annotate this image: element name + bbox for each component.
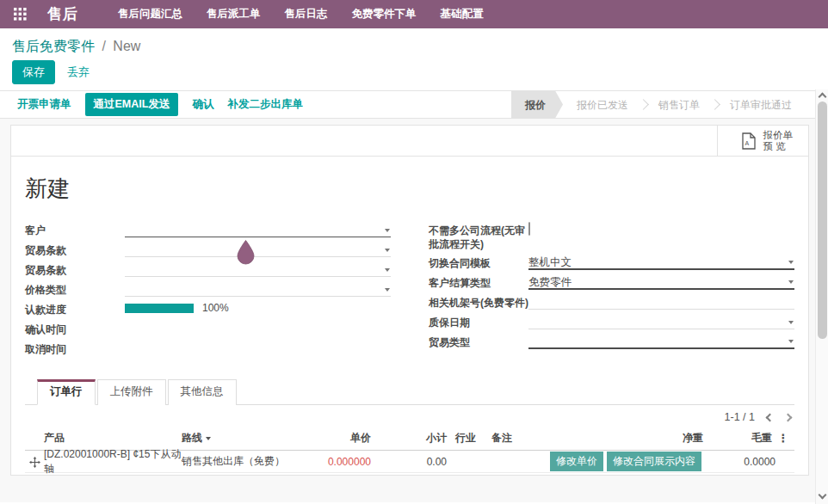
nav-item-work-orders[interactable]: 售后派工单: [207, 7, 261, 22]
breadcrumb-separator: /: [102, 39, 105, 53]
top-nav-menu: 售后问题汇总 售后派工单 售后日志 免费零件下单 基础配置: [118, 7, 484, 22]
statusbar-actions: 开票申请单 通过EMAIL发送 确认 补发二步出库单: [17, 93, 303, 116]
rack-number-field[interactable]: [528, 295, 794, 310]
warranty-date-label: 质保日期: [429, 315, 528, 329]
discard-button[interactable]: 丢弃: [67, 65, 90, 80]
order-lines-table: 产品 路线 单价 小计 行业 备注 净重 毛重: [25, 428, 794, 476]
notebook: 订单行 上传附件 其他信息 1-1 / 1 产品: [25, 378, 794, 476]
send-by-email-button[interactable]: 通过EMAIL发送: [85, 93, 179, 116]
cell-unit-price[interactable]: 0.000000: [302, 456, 371, 468]
status-step-order-approved[interactable]: 订单审批通过: [716, 91, 806, 119]
save-button[interactable]: 保存: [12, 60, 55, 84]
preview-button-label: 报价单 预 览: [763, 130, 794, 152]
confirm-time-field: [125, 322, 391, 336]
customer-label: 客户: [25, 223, 125, 237]
contract-template-label: 切换合同模板: [429, 255, 528, 270]
price-type-label: 价格类型: [25, 282, 125, 297]
optional-columns-icon[interactable]: ⋮: [772, 434, 794, 443]
col-header-unit-price[interactable]: 单价: [302, 431, 371, 446]
apps-grid-icon[interactable]: [14, 8, 27, 21]
pager-previous-icon[interactable]: [766, 413, 775, 421]
dropdown-caret-icon: [788, 261, 794, 264]
col-header-route[interactable]: 路线: [182, 431, 302, 446]
modify-contract-display-button[interactable]: 修改合同展示内容: [607, 452, 701, 471]
status-step-quotation-sent[interactable]: 报价已发送: [563, 91, 642, 119]
app-brand[interactable]: 售后: [47, 4, 78, 24]
form-left-column: 客户 贸易条款: [25, 223, 391, 361]
contract-template-field[interactable]: 整机中文: [528, 255, 794, 270]
scrollbar-thumb[interactable]: [818, 101, 827, 339]
confirm-button[interactable]: 确认: [192, 97, 213, 112]
drop-pin-marker-icon: [235, 240, 256, 265]
cell-gross-weight[interactable]: 0.0000: [775, 456, 809, 468]
settlement-type-label: 客户结算类型: [429, 275, 528, 290]
dropdown-caret-icon: [788, 280, 794, 284]
col-header-remark[interactable]: 备注: [483, 431, 528, 446]
dropdown-caret-icon: [385, 229, 390, 232]
cancel-time-label: 取消时间: [25, 341, 125, 356]
progress-fill: [125, 304, 194, 313]
nav-item-logs[interactable]: 售后日志: [285, 7, 328, 22]
col-header-product[interactable]: 产品: [44, 431, 182, 446]
cell-net-weight[interactable]: 0.0000: [701, 456, 775, 468]
status-bar: 开票申请单 通过EMAIL发送 确认 补发二步出库单 报价 报价已发送 销售订单…: [0, 90, 828, 119]
form-right-column: 不需多公司流程(无审批流程开关) 切换合同模板 整机中文 客户结算类型: [429, 223, 794, 361]
control-button-bar: 保存 丢弃: [0, 58, 828, 90]
tab-bar: 订单行 上传附件 其他信息: [25, 378, 794, 405]
trade-terms-field[interactable]: [125, 243, 391, 257]
tab-order-lines[interactable]: 订单行: [37, 379, 96, 405]
settlement-type-field[interactable]: 免费零件: [528, 275, 794, 290]
dropdown-caret-icon: [788, 321, 794, 324]
trade-terms2-field[interactable]: [125, 262, 391, 277]
breadcrumb-current: New: [113, 39, 140, 53]
trade-terms2-label: 贸易条款: [25, 262, 125, 277]
no-multi-company-label: 不需多公司流程(无审批流程开关): [429, 223, 528, 251]
cell-product[interactable]: [DZ.02001000R-B] ¢15下从动轴: [44, 447, 182, 476]
table-row[interactable]: [DZ.02001000R-B] ¢15下从动轴 销售其他出库（免费） 0.00…: [25, 451, 794, 473]
content-area: A 报价单 预 览 新建 客户: [0, 119, 828, 502]
customer-field[interactable]: [125, 223, 391, 237]
drag-handle-icon[interactable]: [25, 455, 44, 467]
warranty-date-field[interactable]: [528, 315, 794, 329]
dropdown-caret-icon: [385, 249, 390, 252]
dropdown-caret-icon: [385, 268, 390, 272]
col-header-industry[interactable]: 行业: [447, 431, 483, 446]
sort-descending-icon: [206, 437, 211, 440]
pager: 1-1 / 1: [25, 405, 794, 428]
payment-progress-label: 认款进度: [25, 302, 125, 317]
nav-item-issues-summary[interactable]: 售后问题汇总: [118, 7, 182, 22]
tab-other-info[interactable]: 其他信息: [168, 379, 237, 405]
col-header-subtotal[interactable]: 小计: [371, 431, 447, 446]
no-multi-company-checkbox[interactable]: [528, 222, 530, 236]
modify-unit-price-button[interactable]: 修改单价: [550, 452, 603, 471]
cell-buttons: 修改单价 修改合同展示内容: [528, 452, 701, 471]
invoice-request-button[interactable]: 开票申请单: [17, 97, 71, 112]
breadcrumb-parent-link[interactable]: 售后免费零件: [12, 39, 95, 53]
pager-range: 1-1 / 1: [725, 411, 755, 423]
status-step-sales-order[interactable]: 销售订单: [645, 91, 714, 119]
trade-terms-label: 贸易条款: [25, 243, 125, 257]
reissue-two-step-delivery-button[interactable]: 补发二步出库单: [227, 97, 303, 112]
col-header-net-weight[interactable]: 净重: [629, 431, 703, 446]
quotation-preview-button[interactable]: A 报价单 预 览: [717, 126, 809, 156]
trade-type-field[interactable]: [528, 335, 794, 349]
top-nav-bar: 售后 售后问题汇总 售后派工单 售后日志 免费零件下单 基础配置: [0, 0, 828, 28]
vertical-scrollbar[interactable]: [815, 89, 828, 504]
sheet-body: 新建 客户 贸易条款: [11, 157, 808, 476]
col-header-gross-weight[interactable]: 毛重: [703, 431, 772, 446]
cell-route[interactable]: 销售其他出库（免费）: [182, 454, 302, 469]
trade-type-label: 贸易类型: [429, 335, 528, 349]
app-window: 售后 售后问题汇总 售后派工单 售后日志 免费零件下单 基础配置 售后免费零件 …: [0, 0, 828, 504]
nav-item-base-config[interactable]: 基础配置: [441, 7, 484, 22]
sheet-toolbar: A 报价单 预 览: [11, 126, 808, 157]
status-step-quotation[interactable]: 报价: [511, 91, 563, 119]
scroll-up-icon[interactable]: [819, 93, 827, 101]
rack-number-label: 相关机架号(免费零件): [429, 295, 528, 310]
form-grid: 客户 贸易条款: [25, 223, 794, 361]
price-type-field[interactable]: [125, 282, 391, 297]
nav-item-free-parts-order[interactable]: 免费零件下单: [352, 7, 417, 22]
pager-next-icon[interactable]: [784, 413, 793, 421]
dropdown-caret-icon: [385, 288, 390, 292]
tab-upload-attachments[interactable]: 上传附件: [97, 379, 166, 405]
scroll-down-icon[interactable]: [819, 491, 827, 500]
